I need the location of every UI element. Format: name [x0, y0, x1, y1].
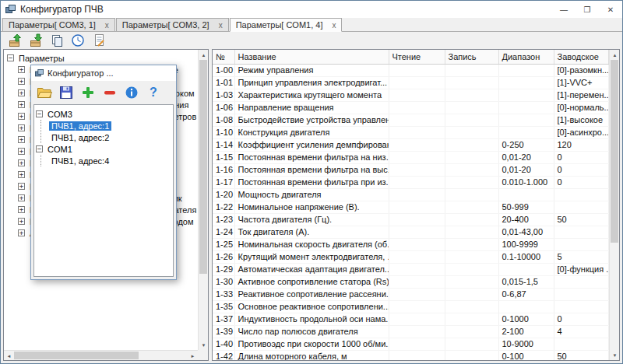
table-cell: [1]-VVC+	[554, 76, 609, 89]
scroll-down-icon[interactable]: ▼	[199, 340, 209, 350]
import-box-icon[interactable]	[7, 33, 23, 48]
open-folder-icon[interactable]	[36, 84, 53, 101]
scrollbar-thumb[interactable]	[14, 352, 139, 359]
table-row[interactable]: 1-06Направление вращения[0]-нормаль...	[213, 101, 609, 114]
tab-close-icon[interactable]: x	[332, 21, 336, 30]
tab-close-icon[interactable]: x	[219, 21, 223, 30]
table-row[interactable]: 1-24Ток двигателя (А).0,01-43,00	[213, 226, 609, 238]
table-row[interactable]: 1-30Активное сопротивление статора (Rs).…	[213, 275, 609, 288]
column-header[interactable]: Название	[234, 50, 389, 64]
table-cell	[445, 300, 498, 313]
info-icon[interactable]	[123, 84, 140, 101]
table-cell: 1-22	[213, 201, 234, 213]
table-cell	[389, 250, 445, 263]
help-icon[interactable]: ?	[145, 84, 162, 101]
table-vertical-scrollbar[interactable]: ▲ ▼	[609, 50, 619, 360]
collapse-icon[interactable]: −	[36, 145, 43, 152]
device-label: ПЧВ1, адрес:2	[49, 133, 111, 142]
table-row[interactable]: 1-20Мощность двигателя	[213, 188, 609, 201]
table-row[interactable]: 1-10Конструкция двигателя[0]-асинхро...	[213, 126, 609, 138]
column-header[interactable]: Диапазон	[498, 50, 554, 64]
expand-icon[interactable]: +	[18, 136, 25, 143]
table-cell	[498, 188, 554, 201]
tab-parameters-1[interactable]: Параметры[ COM3, 1]x	[2, 18, 115, 31]
table-cell: [0]-разомкн...	[554, 64, 609, 76]
expand-icon[interactable]: +	[18, 89, 25, 96]
expand-icon[interactable]: +	[18, 66, 25, 73]
table-row[interactable]: 1-35Основное реактивное сопротивлени...	[213, 300, 609, 313]
tree-root[interactable]: − Параметры	[7, 52, 208, 64]
tab-close-icon[interactable]: x	[105, 21, 109, 30]
tab-parameters-3[interactable]: Параметры[ COM1, 4]x	[230, 18, 343, 32]
device-node[interactable]: ПЧВ1, адрес:2	[49, 131, 171, 143]
column-header[interactable]: Чтение	[389, 50, 445, 64]
scroll-right-icon[interactable]: ►	[188, 351, 198, 361]
table-row[interactable]: 1-15Постоянная времени фильтра на низ...…	[213, 151, 609, 163]
com-port-node[interactable]: −COM3	[36, 108, 171, 120]
table-row[interactable]: 1-00Режим управления[0]-разомкн...	[213, 64, 609, 76]
table-row[interactable]: 1-26Крутящий момент электродвигателя, ..…	[213, 250, 609, 263]
maximize-button[interactable]: ❐	[575, 1, 599, 18]
left-horizontal-scrollbar[interactable]: ◄ ►	[4, 350, 198, 360]
scroll-up-icon[interactable]: ▲	[199, 50, 209, 60]
column-header[interactable]: Запись	[445, 50, 498, 64]
scroll-left-icon[interactable]: ◄	[4, 351, 14, 361]
minimize-button[interactable]: —	[552, 1, 575, 18]
table-row[interactable]: 1-23Частота двигателя (Гц).20-40050	[213, 213, 609, 226]
column-header[interactable]: №	[213, 50, 234, 64]
scrollbar-thumb[interactable]	[611, 60, 618, 243]
expand-icon[interactable]: +	[18, 218, 25, 225]
table-row[interactable]: 1-22Номинальное напряжение (В).50-999	[213, 201, 609, 213]
com-port-node[interactable]: −COM1	[36, 143, 171, 155]
table-cell	[389, 138, 445, 151]
table-row[interactable]: 1-40Противоэдс при скорости 1000 об/ми..…	[213, 338, 609, 350]
expand-icon[interactable]: +	[18, 78, 25, 85]
collapse-icon[interactable]: −	[36, 110, 43, 117]
table-row[interactable]: 1-16Постоянная времени фильтра на выс...…	[213, 163, 609, 176]
expand-icon[interactable]: +	[18, 206, 25, 213]
table-row[interactable]: 1-03Характеристика крутящего момента[1]-…	[213, 89, 609, 101]
table-row[interactable]: 1-14Коэффициент усиления демпфирован...0…	[213, 138, 609, 151]
expand-icon[interactable]: +	[18, 113, 25, 120]
table-cell: 5	[554, 250, 609, 263]
table-row[interactable]: 1-42Длина моторного кабеля, м0-10050	[213, 350, 609, 361]
collapse-icon[interactable]: −	[7, 54, 14, 61]
expand-icon[interactable]: +	[18, 183, 25, 190]
table-row[interactable]: 1-08Быстродействие устройства управлен..…	[213, 114, 609, 126]
copy-icon[interactable]	[49, 33, 65, 48]
close-button[interactable]: ✕	[599, 1, 622, 18]
tab-parameters-2[interactable]: Параметры[ COM3, 2]x	[116, 18, 229, 31]
table-row[interactable]: 1-37Индуктивность продольной оси нама...…	[213, 313, 609, 325]
scroll-up-icon[interactable]: ▲	[610, 50, 620, 60]
table-cell	[389, 313, 445, 325]
column-header[interactable]: Заводское	[554, 50, 609, 64]
scrollbar-thumb[interactable]	[199, 60, 207, 274]
expand-icon[interactable]: +	[18, 159, 25, 166]
expand-icon[interactable]: +	[18, 229, 25, 236]
dialog-title-bar[interactable]: Конфигуратор ...	[31, 65, 176, 81]
expand-icon[interactable]: +	[18, 171, 25, 178]
table-row[interactable]: 1-25Номинальная скорость двигателя (об..…	[213, 238, 609, 250]
expand-icon[interactable]: +	[18, 148, 25, 155]
save-icon[interactable]	[58, 84, 75, 101]
device-node[interactable]: ПЧВ1, адрес:1	[49, 120, 171, 131]
device-node[interactable]: ПЧВ1, адрес:4	[49, 155, 171, 166]
add-device-icon[interactable]	[79, 84, 97, 101]
left-vertical-scrollbar[interactable]: ▲ ▼	[198, 50, 208, 350]
app-icon[interactable]	[5, 5, 16, 15]
expand-icon[interactable]: +	[18, 101, 25, 108]
clock-icon[interactable]	[70, 33, 86, 48]
table-row[interactable]: 1-39Число пар полюсов двигателя2-1004	[213, 325, 609, 338]
table-row[interactable]: 1-01Принцип управления электродвигат...[…	[213, 76, 609, 89]
remove-device-icon[interactable]	[101, 84, 118, 101]
table-row[interactable]: 1-17Постоянная времени фильтра при из...…	[213, 176, 609, 188]
report-icon[interactable]	[91, 33, 107, 48]
table-row[interactable]: 1-33Реактивное сопротивление рассеяни...…	[213, 288, 609, 300]
table-cell	[389, 101, 445, 114]
export-box-icon[interactable]	[28, 33, 44, 48]
expand-icon[interactable]: +	[18, 124, 25, 131]
scroll-down-icon[interactable]: ▼	[610, 350, 620, 360]
expand-icon[interactable]: +	[18, 194, 25, 201]
table-cell	[445, 288, 498, 300]
table-row[interactable]: 1-29Автоматическая адаптация двигател...…	[213, 263, 609, 275]
